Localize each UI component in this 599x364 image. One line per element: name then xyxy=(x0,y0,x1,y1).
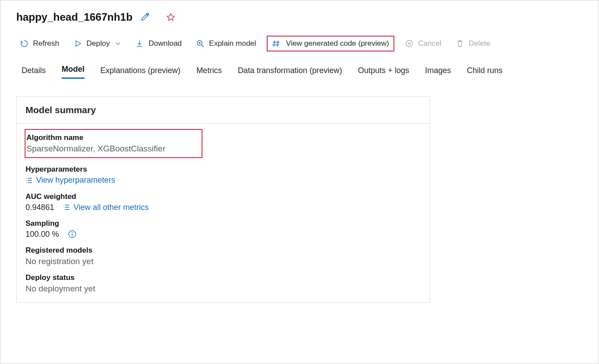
tab-images[interactable]: Images xyxy=(425,66,451,79)
tab-metrics[interactable]: Metrics xyxy=(196,66,222,79)
explain-model-button[interactable]: Explain model xyxy=(192,37,260,51)
other-metrics-link-label: View all other metrics xyxy=(73,203,149,212)
command-bar: Refresh Deploy Download Explain model xyxy=(16,36,583,51)
cancel-label: Cancel xyxy=(418,39,441,48)
refresh-button[interactable]: Refresh xyxy=(16,37,63,51)
algorithm-name-label: Algorithm name xyxy=(26,133,196,142)
tab-child-runs[interactable]: Child runs xyxy=(467,66,503,79)
auc-weighted-value: 0.94861 xyxy=(26,203,54,212)
registered-models-value: No registration yet xyxy=(26,257,421,266)
info-icon[interactable] xyxy=(68,230,77,239)
tab-model[interactable]: Model xyxy=(62,65,85,79)
view-hyperparameters-link[interactable]: View hyperparameters xyxy=(26,176,115,185)
page-title: happy_head_1667nh1b xyxy=(16,11,132,23)
deploy-button[interactable]: Deploy xyxy=(70,37,125,51)
tab-explanations[interactable]: Explanations (preview) xyxy=(100,66,180,79)
model-summary-title: Model summary xyxy=(17,97,430,124)
tab-outputs-logs[interactable]: Outputs + logs xyxy=(358,66,409,79)
hyperparameters-link-label: View hyperparameters xyxy=(36,176,115,185)
model-summary-card: Model summary Algorithm name SparseNorma… xyxy=(16,96,430,303)
tab-data-transformation[interactable]: Data transformation (preview) xyxy=(238,66,342,79)
hash-icon xyxy=(272,39,281,48)
registered-models-field: Registered models No registration yet xyxy=(26,246,421,266)
view-generated-code-button[interactable]: View generated code (preview) xyxy=(267,36,394,51)
cancel-icon xyxy=(405,39,414,48)
deploy-status-value: No deployment yet xyxy=(26,284,421,294)
tab-bar: Details Model Explanations (preview) Met… xyxy=(16,65,583,79)
hyperparameters-label: Hyperparameters xyxy=(26,165,421,174)
list-icon xyxy=(26,177,33,184)
trash-icon xyxy=(456,39,464,48)
deploy-label: Deploy xyxy=(87,39,110,48)
sampling-label: Sampling xyxy=(26,219,421,228)
auc-weighted-field: AUC weighted 0.94861 View all other metr… xyxy=(26,192,421,212)
algorithm-name-value: SparseNormalizer, XGBoostClassifier xyxy=(26,144,196,154)
registered-models-label: Registered models xyxy=(26,246,421,255)
svg-point-3 xyxy=(72,232,73,233)
tab-details[interactable]: Details xyxy=(22,66,46,79)
download-label: Download xyxy=(148,39,182,48)
play-icon xyxy=(73,39,82,48)
download-icon xyxy=(135,39,144,48)
deploy-status-label: Deploy status xyxy=(26,273,421,282)
edit-icon[interactable] xyxy=(140,12,150,22)
page-header: happy_head_1667nh1b xyxy=(16,11,583,23)
hyperparameters-field: Hyperparameters View hyperparameters xyxy=(26,165,421,185)
algorithm-name-field: Algorithm name SparseNormalizer, XGBoost… xyxy=(25,129,202,158)
explain-label: Explain model xyxy=(209,39,256,48)
viewcode-label: View generated code (preview) xyxy=(286,39,389,48)
list-icon xyxy=(63,204,70,211)
cancel-button: Cancel xyxy=(401,37,445,51)
view-other-metrics-link[interactable]: View all other metrics xyxy=(63,203,149,212)
sampling-field: Sampling 100.00 % xyxy=(26,219,421,239)
magnify-plus-icon xyxy=(196,39,205,48)
sampling-value: 100.00 % xyxy=(26,230,59,239)
download-button[interactable]: Download xyxy=(132,37,185,51)
delete-button: Delete xyxy=(452,37,494,51)
refresh-label: Refresh xyxy=(33,39,59,48)
favorite-star-icon[interactable] xyxy=(166,12,176,22)
refresh-icon xyxy=(20,39,29,48)
chevron-down-icon xyxy=(115,40,121,47)
deploy-status-field: Deploy status No deployment yet xyxy=(26,273,421,294)
delete-label: Delete xyxy=(469,39,490,48)
auc-weighted-label: AUC weighted xyxy=(26,192,421,201)
